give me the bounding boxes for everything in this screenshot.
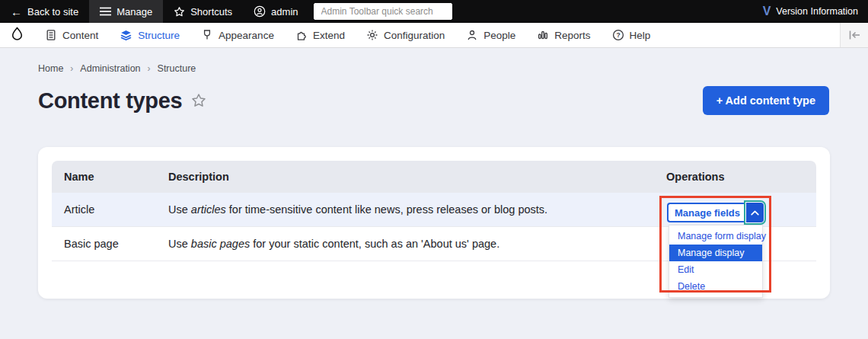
breadcrumb-separator: ›	[70, 63, 73, 74]
operations-dropbutton: Manage fields Manage form display Manage…	[667, 203, 764, 222]
desc-text: for time-sensitive content like news, pr…	[226, 203, 547, 216]
person-icon	[466, 29, 478, 41]
user-menu[interactable]: admin	[243, 0, 308, 23]
header-name: Name	[52, 161, 156, 193]
menu-label-appearance: Appearance	[219, 30, 274, 41]
breadcrumb-administration[interactable]: Administration	[80, 63, 140, 74]
toolbar-collapse-button[interactable]	[840, 23, 868, 47]
menu-item-people[interactable]: People	[455, 23, 526, 47]
shortcuts-tab[interactable]: Shortcuts	[163, 0, 243, 23]
desc-italic: articles	[191, 203, 226, 216]
cell-name: Article	[52, 193, 156, 227]
drupal-logo[interactable]	[0, 27, 34, 43]
hamburger-icon	[100, 7, 111, 16]
desc-italic: basic pages	[191, 238, 250, 250]
desc-text: for your static content, such as an 'Abo…	[250, 238, 499, 250]
version-logo-icon: V	[763, 5, 771, 18]
menu-item-extend[interactable]: Extend	[285, 23, 356, 47]
menu-item-delete[interactable]: Delete	[669, 278, 762, 295]
version-information[interactable]: V Version Information	[763, 5, 868, 18]
menu-label-people: People	[483, 30, 515, 41]
breadcrumb-separator: ›	[148, 63, 151, 74]
admin-menu-bar: Content Structure Appearance Extend Conf…	[0, 23, 868, 48]
add-content-type-button[interactable]: + Add content type	[703, 86, 829, 115]
appearance-icon	[201, 29, 213, 41]
cell-description: Use basic pages for your static content,…	[156, 227, 654, 261]
svg-text:?: ?	[616, 31, 620, 39]
menu-label-configuration: Configuration	[384, 30, 445, 41]
shortcuts-label: Shortcuts	[190, 6, 232, 18]
favorite-star-icon[interactable]	[191, 93, 206, 108]
help-icon: ?	[612, 29, 624, 41]
menu-label-help: Help	[630, 30, 651, 41]
gear-icon	[366, 29, 378, 41]
page-title: Content types	[38, 88, 182, 114]
header-operations: Operations	[654, 161, 816, 193]
back-arrow-icon: ←	[11, 6, 22, 18]
menu-item-content[interactable]: Content	[34, 23, 109, 47]
menu-item-structure[interactable]: Structure	[109, 23, 190, 47]
breadcrumb-structure[interactable]: Structure	[158, 63, 196, 74]
version-information-label: Version Information	[776, 6, 858, 17]
page-header: Content types + Add content type	[38, 86, 829, 115]
back-to-site-link[interactable]: ← Back to site	[0, 0, 89, 23]
content-icon	[45, 29, 57, 41]
menu-item-reports[interactable]: Reports	[526, 23, 601, 47]
table-header-row: Name Description Operations	[52, 161, 816, 193]
menu-label-structure: Structure	[138, 30, 180, 41]
extend-puzzle-icon	[295, 29, 308, 41]
menu-label-extend: Extend	[313, 30, 345, 41]
menu-item-manage-form-display[interactable]: Manage form display	[669, 228, 762, 245]
structure-icon	[120, 29, 132, 41]
desc-text: Use	[168, 238, 191, 250]
menu-item-edit[interactable]: Edit	[669, 261, 762, 278]
collapse-left-icon	[849, 30, 860, 40]
menu-label-content: Content	[62, 30, 98, 41]
toolbar-search-input[interactable]	[314, 3, 452, 20]
user-label: admin	[271, 6, 298, 18]
menu-label-reports: Reports	[554, 30, 590, 41]
user-icon	[254, 5, 266, 18]
desc-text: Use	[168, 203, 191, 216]
dropbutton-toggle[interactable]	[746, 203, 764, 222]
back-to-site-label: Back to site	[27, 6, 78, 18]
header-description: Description	[156, 161, 654, 193]
cell-description: Use articles for time-sensitive content …	[156, 193, 654, 227]
breadcrumb: Home › Administration › Structure	[38, 63, 196, 74]
breadcrumb-home[interactable]: Home	[38, 63, 63, 74]
operations-menu: Manage form display Manage display Edit …	[669, 225, 763, 298]
menu-item-manage-display[interactable]: Manage display	[669, 245, 762, 261]
chevron-up-icon	[751, 210, 759, 216]
admin-toolbar: ← Back to site Manage Shortcuts admin V …	[0, 0, 868, 23]
toolbar-search	[314, 3, 452, 20]
bar-chart-icon	[537, 29, 549, 41]
manage-label: Manage	[116, 6, 152, 18]
star-icon	[174, 6, 185, 18]
menu-item-appearance[interactable]: Appearance	[190, 23, 285, 47]
droplet-icon	[10, 27, 24, 43]
cell-name: Basic page	[52, 227, 156, 261]
manage-fields-button[interactable]: Manage fields	[667, 203, 746, 222]
menu-item-help[interactable]: ? Help	[602, 23, 662, 47]
menu-item-configuration[interactable]: Configuration	[356, 23, 455, 47]
manage-tab[interactable]: Manage	[89, 0, 163, 23]
page-content: Home › Administration › Structure Conten…	[0, 48, 868, 338]
